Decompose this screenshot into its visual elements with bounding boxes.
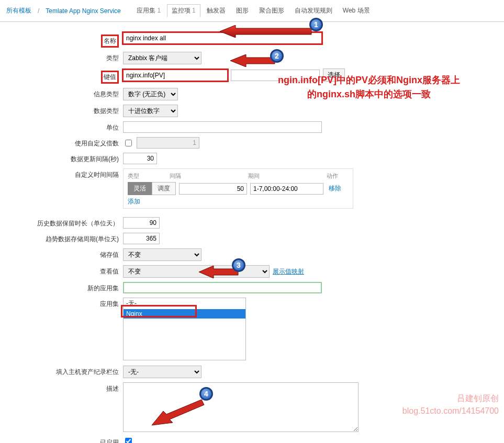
- tab-triggers[interactable]: 触发器: [203, 5, 230, 17]
- multiplier-checkbox[interactable]: [125, 140, 132, 146]
- history-input[interactable]: [123, 217, 160, 229]
- badge-3: 3: [232, 258, 245, 272]
- label-datatype: 数据类型: [5, 105, 123, 116]
- label-trends: 趋势数据存储周期(单位天): [5, 233, 123, 244]
- top-nav: 所有模板 / Temlate App Nginx Service 应用集1 监控…: [0, 0, 504, 22]
- tab-graphs[interactable]: 图形: [232, 5, 253, 17]
- tab-web[interactable]: Web 场景: [339, 5, 374, 17]
- label-type: 类型: [5, 52, 123, 63]
- trends-input[interactable]: [123, 233, 160, 244]
- tab-discovery[interactable]: 自动发现规则: [290, 5, 337, 17]
- interval-remove-link[interactable]: 移除: [329, 184, 341, 193]
- interval-period-input[interactable]: [250, 183, 323, 195]
- annotation-note: ngin.info[PV]中的PV必须和Nginx服务器上 的nginx.sh脚…: [241, 73, 497, 101]
- label-appset: 应用集: [5, 298, 123, 309]
- datatype-select[interactable]: 十进位数字: [123, 105, 178, 117]
- interval-value-input[interactable]: [179, 183, 247, 195]
- label-description: 描述: [5, 382, 123, 393]
- badge-4: 4: [199, 387, 213, 401]
- label-enabled: 已启用: [5, 436, 123, 443]
- label-storevalue: 储存值: [5, 248, 123, 259]
- interval-type-segment[interactable]: 灵活 调度: [128, 182, 176, 195]
- interval-table: 类型 间隔 期间 动作 灵活 调度 移除 添加: [123, 168, 353, 209]
- showvalue-select[interactable]: 不变: [123, 265, 270, 278]
- infotype-select[interactable]: 数字 (无正负): [123, 88, 178, 100]
- label-infotype: 信息类型: [5, 88, 123, 99]
- label-history: 历史数据保留时长（单位天）: [5, 217, 123, 228]
- multiplier-value: [137, 137, 199, 149]
- label-showvalue: 查看值: [5, 265, 123, 276]
- name-input[interactable]: [123, 32, 322, 44]
- interval-head-period: 期间: [248, 172, 327, 180]
- interval-add-link[interactable]: 添加: [128, 198, 140, 205]
- label-key: 键值: [101, 71, 119, 84]
- interval-flex[interactable]: 灵活: [128, 182, 152, 195]
- showvalue-link[interactable]: 展示值映射: [273, 267, 304, 276]
- storevalue-select[interactable]: 不变: [123, 248, 201, 261]
- label-update-interval: 数据更新间隔(秒): [5, 153, 123, 164]
- new-appset-input[interactable]: [123, 282, 322, 293]
- label-newappset: 新的应用集: [5, 282, 123, 293]
- watermark: 吕建钊原创 blog.51cto.com/14154700: [402, 392, 499, 417]
- badge-2: 2: [270, 49, 284, 63]
- tab-screens[interactable]: 聚合图形: [255, 5, 288, 17]
- label-unit: 单位: [5, 121, 123, 132]
- interval-head-action: 动作: [327, 172, 348, 180]
- type-select[interactable]: Zabbix 客户端: [123, 52, 201, 64]
- label-inventory: 填入主机资产纪录栏位: [5, 366, 123, 377]
- appset-option-none[interactable]: -无-: [124, 298, 245, 309]
- tab-appset[interactable]: 应用集1: [132, 5, 165, 17]
- breadcrumb-template[interactable]: Temlate App Nginx Service: [41, 6, 125, 16]
- appset-option-nginx[interactable]: Nginx: [124, 309, 245, 319]
- appset-listbox[interactable]: -无- Nginx: [123, 298, 246, 360]
- label-multiplier: 使用自定义倍数: [5, 137, 123, 148]
- breadcrumb-all-templates[interactable]: 所有模板: [2, 5, 36, 16]
- inventory-select[interactable]: -无-: [123, 366, 201, 378]
- enabled-checkbox[interactable]: [125, 438, 132, 443]
- badge-1: 1: [309, 18, 323, 31]
- breadcrumb-sep: /: [38, 7, 39, 15]
- interval-sched[interactable]: 调度: [152, 182, 176, 195]
- update-interval-input[interactable]: [123, 153, 157, 164]
- unit-input[interactable]: [123, 121, 322, 133]
- key-input[interactable]: [123, 70, 228, 81]
- description-textarea[interactable]: [123, 382, 359, 432]
- interval-head-interval: 间隔: [170, 172, 248, 180]
- tab-items[interactable]: 监控项1: [167, 4, 200, 17]
- label-name: 名称: [101, 35, 119, 48]
- interval-head-type: 类型: [128, 172, 170, 180]
- label-custom-intervals: 自定义时间间隔: [5, 168, 123, 179]
